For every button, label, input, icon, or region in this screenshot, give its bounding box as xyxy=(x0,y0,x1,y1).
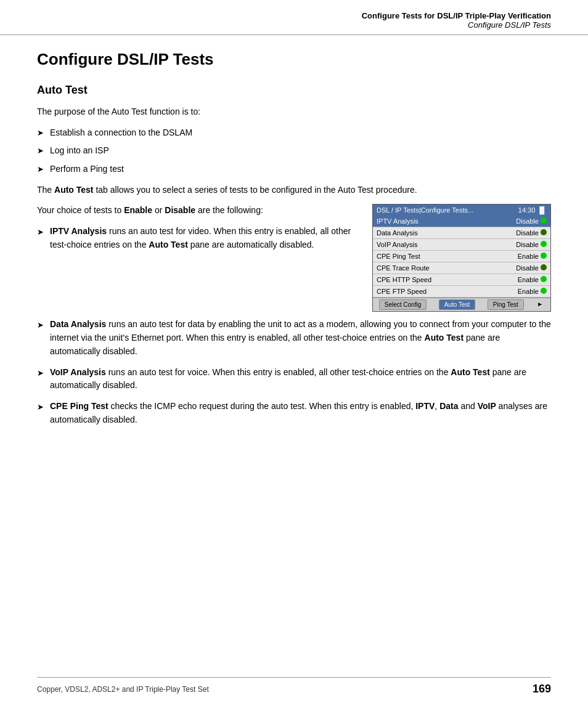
status-dot xyxy=(541,288,547,294)
arrow-icon-iptv: ➤ xyxy=(37,226,44,238)
arrow-icon-1: ➤ xyxy=(37,127,44,139)
list-item: ➤ Log into an ISP xyxy=(37,144,551,158)
status-dot xyxy=(541,241,547,247)
table-row: IPTV Analysis Disable xyxy=(373,216,550,227)
auto-test-desc: The Auto Test tab allows you to select a… xyxy=(37,184,551,197)
row-label: Data Analysis xyxy=(373,227,483,239)
status-dot xyxy=(541,276,547,282)
bullet-cpe: ➤ CPE Ping Test checks the ICMP echo req… xyxy=(37,400,551,426)
iptv-bold: Auto Test xyxy=(149,240,188,249)
voip-text: runs an auto test for voice. When this e… xyxy=(106,367,451,377)
iptv-text2: pane are automatically disabled. xyxy=(188,240,314,249)
data-bold: Auto Test xyxy=(425,333,464,343)
voip-term: VoIP Analysis xyxy=(50,367,106,377)
arrow-icon-cpe: ➤ xyxy=(37,401,44,413)
purpose-item-1: Establish a connection to the DSLAM xyxy=(50,126,192,140)
content-area: Configure DSL/IP Tests Auto Test The pur… xyxy=(0,38,588,471)
arrow-icon-data: ➤ xyxy=(37,319,44,331)
bullet-iptv-content: IPTV Analysis runs an auto test for vide… xyxy=(50,225,360,251)
table-row: CPE Ping Test Enable xyxy=(373,251,550,262)
row-label: CPE Ping Test xyxy=(373,251,483,262)
bullet-data-content: Data Analysis runs an auto test for data… xyxy=(50,318,551,358)
device-table: IPTV Analysis Disable Data Analysis Disa… xyxy=(373,216,550,298)
table-row: Data Analysis Disable xyxy=(373,227,550,239)
row-value: Enable xyxy=(483,274,550,286)
two-col-left: Your choice of tests to Enable or Disabl… xyxy=(37,204,360,259)
bullet-voip: ➤ VoIP Analysis runs an auto test for vo… xyxy=(37,366,551,392)
row-label: IPTV Analysis xyxy=(373,216,483,227)
page-header: Configure Tests for DSL/IP Triple-Play V… xyxy=(0,0,588,35)
device-header-text: DSL / IP Tests|Configure Tests... xyxy=(377,206,473,214)
row-label: CPE FTP Speed xyxy=(373,286,483,298)
row-value: Disable xyxy=(483,227,550,239)
purpose-item-2: Log into an ISP xyxy=(50,144,109,158)
footer-right: 169 xyxy=(533,683,551,696)
purpose-list: ➤ Establish a connection to the DSLAM ➤ … xyxy=(37,126,551,176)
footer-left: Copper, VDSL2, ADSL2+ and IP Triple-Play… xyxy=(37,685,209,694)
row-value: Disable xyxy=(483,216,550,227)
table-row: CPE FTP Speed Enable xyxy=(373,286,550,298)
row-value: Enable xyxy=(483,251,550,262)
two-col-section: Your choice of tests to Enable or Disabl… xyxy=(37,204,551,312)
bullet-data: ➤ Data Analysis runs an auto test for da… xyxy=(37,318,551,358)
cpe-comma1: , xyxy=(435,401,439,411)
row-value: Disable xyxy=(483,262,550,274)
cpe-text: checks the ICMP echo request during the … xyxy=(108,401,416,411)
auto-test-button[interactable]: Auto Test xyxy=(439,299,476,310)
choice-intro: Your choice of tests to Enable or Disabl… xyxy=(37,204,360,217)
device-screenshot: DSL / IP Tests|Configure Tests... 14:30 … xyxy=(372,204,551,312)
status-dot xyxy=(541,217,547,224)
bullet-cpe-content: CPE Ping Test checks the ICMP echo reque… xyxy=(50,400,551,426)
list-item: ➤ Perform a Ping test xyxy=(37,163,551,176)
device-header: DSL / IP Tests|Configure Tests... 14:30 … xyxy=(373,205,550,216)
cpe-bold-data: Data xyxy=(439,401,458,411)
table-row: CPE Trace Route Disable xyxy=(373,262,550,274)
voip-bold: Auto Test xyxy=(451,367,490,377)
row-value: Disable xyxy=(483,239,550,251)
data-term: Data Analysis xyxy=(50,319,106,329)
table-row: CPE HTTP Speed Enable xyxy=(373,274,550,286)
status-dot xyxy=(541,253,547,259)
cpe-bold-voip: VoIP xyxy=(478,401,496,411)
row-value: Enable xyxy=(483,286,550,298)
row-label: CPE Trace Route xyxy=(373,262,483,274)
arrow-icon-voip: ➤ xyxy=(37,367,44,379)
chapter-title: Configure DSL/IP Tests xyxy=(37,50,551,69)
arrow-icon-3: ➤ xyxy=(37,163,44,176)
cpe-bold-iptv: IPTV xyxy=(415,401,435,411)
ping-test-button[interactable]: Ping Test xyxy=(488,299,524,310)
purpose-item-3: Perform a Ping test xyxy=(50,163,124,176)
scroll-arrow: ► xyxy=(536,299,544,310)
battery-icon: ▐▌ xyxy=(537,206,547,214)
arrow-icon-2: ➤ xyxy=(37,145,44,157)
page-container: Configure Tests for DSL/IP Triple-Play V… xyxy=(0,0,588,714)
cpe-term: CPE Ping Test xyxy=(50,401,108,411)
list-item: ➤ Establish a connection to the DSLAM xyxy=(37,126,551,140)
section-title: Auto Test xyxy=(37,84,551,97)
header-title: Configure Tests for DSL/IP Triple-Play V… xyxy=(37,11,551,20)
row-label: CPE HTTP Speed xyxy=(373,274,483,286)
select-config-button[interactable]: Select Config xyxy=(379,299,427,310)
cpe-and: and xyxy=(459,401,478,411)
row-label: VoIP Analysis xyxy=(373,239,483,251)
bullet-voip-content: VoIP Analysis runs an auto test for voic… xyxy=(50,366,551,392)
bullet-iptv: ➤ IPTV Analysis runs an auto test for vi… xyxy=(37,225,360,251)
page-footer: Copper, VDSL2, ADSL2+ and IP Triple-Play… xyxy=(37,677,551,696)
device-time: 14:30 ▐▌ xyxy=(518,206,547,214)
iptv-term: IPTV Analysis xyxy=(50,226,107,236)
intro-text: The purpose of the Auto Test function is… xyxy=(37,105,551,119)
status-dot xyxy=(541,229,547,235)
device-screenshot-container: DSL / IP Tests|Configure Tests... 14:30 … xyxy=(372,204,551,312)
status-dot xyxy=(541,264,547,270)
header-subtitle: Configure DSL/IP Tests xyxy=(37,20,551,30)
table-row: VoIP Analysis Disable xyxy=(373,239,550,251)
device-footer: Select Config Auto Test Ping Test ► xyxy=(373,298,550,311)
